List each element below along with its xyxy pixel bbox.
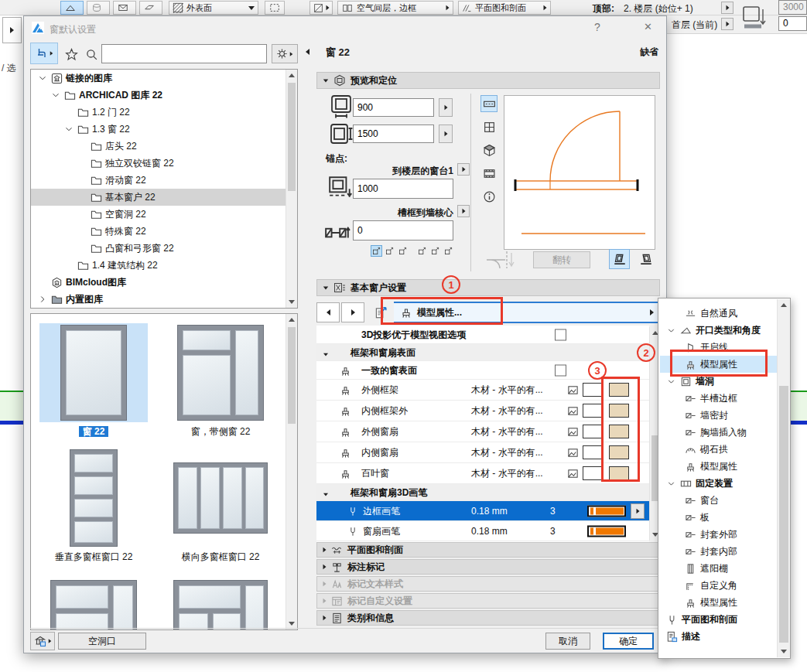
- surface-row[interactable]: 外侧窗扇木材 - 水平的有...: [316, 421, 649, 442]
- popup-item[interactable]: 封套外部: [660, 526, 778, 543]
- preview-canvas[interactable]: [504, 95, 655, 250]
- story-height-field[interactable]: 3000: [778, 0, 807, 15]
- pen-row[interactable]: 边框画笔0.18 mm3: [316, 501, 649, 521]
- section-marker[interactable]: 标注标记: [316, 559, 660, 575]
- cancel-button[interactable]: 取消: [545, 633, 590, 650]
- popup-item[interactable]: 描述: [660, 628, 778, 645]
- pen-row[interactable]: 窗扇画笔0.18 mm3: [316, 521, 649, 541]
- tab-next-button[interactable]: [341, 302, 364, 322]
- thumbnail-scrollbar[interactable]: [286, 314, 297, 629]
- favorites-button[interactable]: [63, 46, 80, 63]
- plan-section-combo[interactable]: 平面图和剖面: [458, 1, 551, 15]
- collapse-panel-handle[interactable]: [306, 49, 309, 55]
- popup-item[interactable]: 封套内部: [660, 543, 778, 560]
- tree-item[interactable]: 独立双铰链窗 22: [31, 155, 297, 172]
- anchor-preset-2[interactable]: [384, 245, 395, 257]
- surface-swatch-blank[interactable]: [583, 445, 603, 459]
- air-layer-combo[interactable]: 空气间层，边框: [337, 1, 453, 15]
- popup-item[interactable]: 半槽边框: [660, 390, 778, 407]
- thumbnail[interactable]: [39, 578, 148, 630]
- texture-preview-button[interactable]: [567, 383, 579, 397]
- popup-item[interactable]: 自然通风: [660, 305, 778, 322]
- tree-item[interactable]: 基本窗户 22: [31, 189, 297, 206]
- section-basic-window-settings[interactable]: 基本窗户设置: [316, 279, 660, 296]
- ok-button[interactable]: 确定: [603, 633, 654, 650]
- pen-flyout-button[interactable]: [631, 503, 645, 519]
- tool-button-4[interactable]: [139, 1, 162, 15]
- tree-item[interactable]: 1.4 建筑结构 22: [31, 257, 297, 274]
- fill-combo[interactable]: [309, 1, 333, 15]
- search-input[interactable]: [101, 44, 267, 63]
- thumbnail[interactable]: 窗 22: [39, 323, 148, 438]
- surface-row[interactable]: 内侧窗扇木材 - 水平的有...: [316, 442, 649, 463]
- settings-row[interactable]: 3D投影优于模型视图选项: [316, 326, 649, 344]
- surface-swatch-blank[interactable]: [583, 383, 603, 397]
- help-button[interactable]: ?: [594, 21, 600, 33]
- anchor-preset-1[interactable]: [371, 245, 382, 257]
- tree-item[interactable]: 1.3 窗 22: [31, 121, 297, 138]
- popup-item[interactable]: 墙密封: [660, 407, 778, 424]
- popup-item[interactable]: 模型属性: [660, 594, 778, 611]
- object-picker-button[interactable]: [30, 43, 58, 64]
- tree-item[interactable]: 滑动窗 22: [31, 172, 297, 189]
- tree-item[interactable]: 1.2 门 22: [31, 104, 297, 121]
- tree-item[interactable]: 凸窗和弓形窗 22: [31, 240, 297, 257]
- settings-gear-button[interactable]: [272, 44, 298, 63]
- height-field[interactable]: [353, 125, 434, 143]
- pen-color-swatch[interactable]: [587, 505, 626, 517]
- popup-item[interactable]: 平面图和剖面: [660, 611, 778, 628]
- sill-offset-field[interactable]: 0: [778, 16, 807, 31]
- sill-value-field[interactable]: [353, 179, 453, 199]
- tree-item[interactable]: ARCHICAD 图库 22: [31, 87, 297, 104]
- surface-row[interactable]: 内侧框架外木材 - 水平的有...: [316, 401, 649, 421]
- checkbox[interactable]: [555, 364, 566, 376]
- popup-item[interactable]: 开口类型和角度: [660, 322, 778, 339]
- top-story-flyout[interactable]: [721, 2, 733, 14]
- surface-swatch-blank[interactable]: [583, 404, 603, 418]
- search-button[interactable]: [83, 46, 100, 63]
- tree-item[interactable]: 店头 22: [31, 138, 297, 155]
- texture-preview-button[interactable]: [567, 425, 579, 438]
- texture-preview-button[interactable]: [567, 404, 579, 418]
- popup-item[interactable]: 板: [660, 509, 778, 526]
- popup-item[interactable]: 固定装置: [660, 475, 778, 492]
- flip-button[interactable]: 翻转: [533, 251, 590, 268]
- view-mode-info[interactable]: [480, 188, 498, 205]
- popup-scrollbar[interactable]: [777, 299, 790, 657]
- thumbnail[interactable]: 横向多窗框窗口 22: [166, 449, 275, 564]
- current-story-flyout[interactable]: [721, 18, 733, 30]
- open-right-toggle[interactable]: [635, 249, 656, 269]
- popup-item[interactable]: 自定义角: [660, 577, 778, 594]
- section-text-style[interactable]: 标记文本样式: [316, 576, 660, 592]
- settings-group-row[interactable]: 框架和窗扇3D画笔: [316, 484, 649, 501]
- popup-item[interactable]: 遮阳棚: [660, 560, 778, 577]
- pen-color-swatch[interactable]: [587, 525, 626, 537]
- section-plan-section[interactable]: 平面图和剖面: [316, 542, 660, 558]
- reveal-anchor-flyout[interactable]: [457, 205, 470, 217]
- open-left-toggle[interactable]: [609, 249, 630, 269]
- view-mode-plan[interactable]: [480, 95, 498, 112]
- popup-item[interactable]: 胸墙插入物: [660, 424, 778, 441]
- tree-item[interactable]: 特殊窗 22: [31, 223, 297, 240]
- thumbnail[interactable]: 垂直多窗框窗口 22: [39, 449, 148, 564]
- empty-opening-button[interactable]: 空洞口: [58, 633, 146, 650]
- tool-button-1[interactable]: [60, 1, 84, 15]
- width-flyout[interactable]: [439, 98, 453, 117]
- width-field[interactable]: [353, 98, 434, 117]
- close-button[interactable]: ✕: [644, 21, 652, 32]
- view-mode-elevation[interactable]: [480, 165, 498, 182]
- section-preview-positioning[interactable]: 预览和定位: [316, 72, 660, 89]
- popup-item[interactable]: 模型属性: [660, 458, 778, 475]
- checkbox[interactable]: [555, 329, 566, 340]
- anchor-preset-5[interactable]: [429, 245, 441, 257]
- thumbnail[interactable]: 窗，带侧窗 22: [166, 323, 275, 438]
- surface-swatch-blank[interactable]: [583, 466, 603, 480]
- surface-combo[interactable]: 外表面: [169, 1, 258, 15]
- tree-item[interactable]: 链接的图库: [31, 70, 297, 87]
- texture-preview-button[interactable]: [567, 466, 579, 480]
- surface-row[interactable]: 百叶窗木材 - 水平的有...: [316, 463, 649, 484]
- anchor-preset-6[interactable]: [443, 245, 454, 257]
- settings-group-row[interactable]: 框架和窗扇表面: [316, 344, 649, 361]
- tool-button-2[interactable]: [87, 1, 110, 15]
- surface-row[interactable]: 外侧框架木材 - 水平的有...: [316, 380, 649, 401]
